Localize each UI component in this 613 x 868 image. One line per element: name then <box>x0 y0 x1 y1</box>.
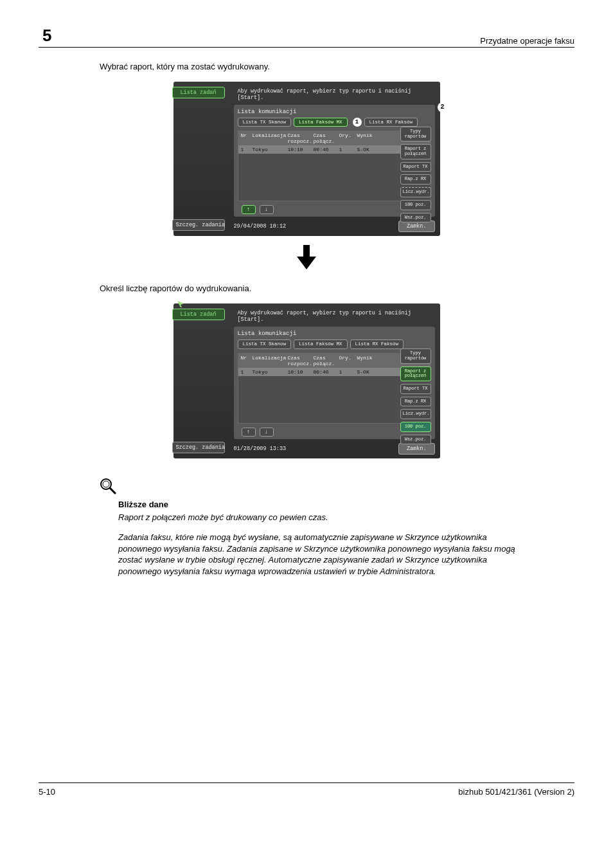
szczeg-zadania-button-2[interactable]: Szczeg. zadania <box>172 442 225 453</box>
100-poz-button-2[interactable]: 100 poz. <box>400 422 431 432</box>
callout-1: 1 <box>353 118 362 127</box>
tab-rx-2[interactable]: Lista RX Faksów <box>350 339 404 348</box>
col-ory: Ory. <box>339 132 357 144</box>
panel-title: Lista komunikacji <box>238 109 431 115</box>
section-title: Bliższe dane <box>118 500 574 509</box>
col-lok: Lokalizacja <box>253 132 288 144</box>
screenshot-2: Lista zadań Szczeg. zadania Aby wydrukow… <box>173 303 440 458</box>
col-nr: Nr <box>241 132 253 144</box>
100-poz-button[interactable]: 100 poz. <box>400 200 431 210</box>
col-czas1: Czas rozpocz. <box>288 132 314 144</box>
rap-rx-button-2[interactable]: Rap.z RX <box>400 397 431 407</box>
raport-tx-button-2[interactable]: Raport TX <box>400 384 431 394</box>
magnifier-icon <box>100 478 574 497</box>
svg-line-2 <box>110 488 115 493</box>
instruction-text: Aby wydrukować raport, wybierz typ rapor… <box>234 88 435 101</box>
down-arrow-icon <box>39 245 574 272</box>
header-title: Przydatne operacje faksu <box>480 36 574 46</box>
step2-text: Określ liczbę raportów do wydrukowania. <box>100 284 574 293</box>
raport-polaczen-button-2[interactable]: Raport z połączeń <box>400 366 431 381</box>
tab-tx[interactable]: Lista TX Skanow <box>238 118 292 127</box>
callout-2: 2 <box>438 102 448 113</box>
up-button-2[interactable]: ↑ <box>242 428 256 437</box>
section-para-2: Zadania faksu, które nie mogą być wysłan… <box>118 532 528 577</box>
down-button[interactable]: ↓ <box>260 205 274 214</box>
datetime-1: 29/04/2008 10:12 <box>234 223 287 230</box>
szczeg-zadania-button[interactable]: Szczeg. zadania <box>172 219 225 231</box>
section-para-1: Raport z połączeń może być drukowany co … <box>118 512 528 523</box>
comm-panel-2: Lista komunikacji Lista TX Skanow Lista … <box>234 327 435 439</box>
tab-mx-2[interactable]: Lista Faksów MX <box>294 339 348 348</box>
typy-raportow-label: Typy raportów <box>400 127 431 141</box>
screenshot-1: 2 Lista zadań Szczeg. zadania Aby wydruk… <box>173 82 440 236</box>
page-number: 5-10 <box>39 787 55 797</box>
tab-rx[interactable]: Lista RX Faksów <box>364 118 418 127</box>
raport-tx-button[interactable]: Raport TX <box>400 162 431 172</box>
lista-zadan-button[interactable]: Lista zadań <box>172 87 225 98</box>
page-header: 5 Przydatne operacje faksu <box>39 26 574 48</box>
svg-point-1 <box>103 481 109 487</box>
rap-rx-button[interactable]: Rap.z RX <box>400 174 431 185</box>
page-footer: 5-10 bizhub 501/421/361 (Version 2) <box>39 782 574 797</box>
wsz-poz-button-2[interactable]: Wsz.poz. <box>400 435 431 445</box>
col-wyn: Wynik <box>357 132 383 144</box>
licz-wydr-label: Licz.wydr. <box>400 187 431 197</box>
chapter-number: 5 <box>39 26 55 46</box>
wsz-poz-button[interactable]: Wsz.poz. <box>400 213 431 223</box>
licz-wydr-label-2: Licz.wydr. <box>400 409 431 419</box>
comm-panel: Lista komunikacji Lista TX Skanow Lista … <box>234 105 435 217</box>
up-button[interactable]: ↑ <box>242 205 256 214</box>
tab-mx[interactable]: Lista Faksów MX <box>294 118 348 127</box>
datetime-2: 01/28/2009 13:33 <box>234 446 287 452</box>
down-button-2[interactable]: ↓ <box>260 428 274 437</box>
pointer-icon <box>177 301 184 307</box>
col-czas2: Czas połącz. <box>314 132 339 144</box>
typy-raportow-label-2: Typy raportów <box>400 348 431 363</box>
instruction-text-2: Aby wydrukować raport, wybierz typ rapor… <box>234 310 435 323</box>
tab-tx-2[interactable]: Lista TX Skanow <box>238 339 292 348</box>
lista-zadan-button-2[interactable]: Lista zadań <box>172 309 225 320</box>
step1-text: Wybrać raport, który ma zostać wydrukowa… <box>100 62 574 71</box>
raport-polaczen-button[interactable]: Raport z połączeń <box>400 144 431 159</box>
product-name: bizhub 501/421/361 (Version 2) <box>458 787 574 797</box>
